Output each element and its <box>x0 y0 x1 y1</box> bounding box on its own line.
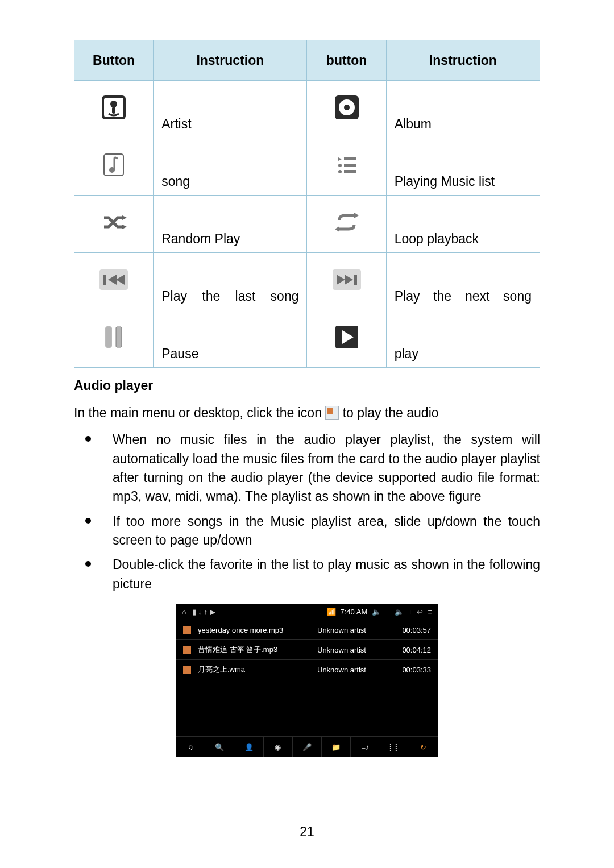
previous-track-icon <box>99 269 128 290</box>
header-instr-1: Instruction <box>154 40 307 81</box>
artist-icon <box>101 94 127 121</box>
status-indicators-icon: ▮ ↓ ↑ ▶ <box>192 608 215 616</box>
play-icon <box>335 326 358 348</box>
loop-playback-icon <box>334 211 360 234</box>
nav-settings-icon: ⡇⡇ <box>380 737 409 757</box>
header-instr-2: Instruction <box>386 40 540 81</box>
intro-before: In the main menu or desktop, click the i… <box>74 405 322 420</box>
svg-rect-3 <box>112 107 115 114</box>
instr-pause: Pause <box>154 310 307 368</box>
instr-song: song <box>154 138 307 196</box>
track-title: 月亮之上.wma <box>198 665 317 675</box>
instr-play: play <box>386 310 540 368</box>
nav-search-icon: 🔍 <box>205 737 234 757</box>
track-icon <box>183 646 191 654</box>
nav-mic-icon: 🎤 <box>293 737 322 757</box>
list-item: If too more songs in the Music playlist … <box>74 512 540 550</box>
instr-previous: Play the last song <box>154 253 307 310</box>
svg-marker-9 <box>338 157 342 161</box>
svg-rect-10 <box>344 157 356 160</box>
table-row: Artist Album <box>74 81 540 138</box>
list-item: When no music files in the audio player … <box>74 430 540 506</box>
table-row: Pause play <box>74 310 540 368</box>
track-duration: 00:03:33 <box>391 666 431 674</box>
table-row: Random Play Loop playback <box>74 196 540 253</box>
random-play-icon <box>101 211 127 234</box>
list-item: Double-click the favorite in the list to… <box>74 555 540 593</box>
song-icon <box>101 152 127 178</box>
home-icon: ⌂ <box>182 608 186 616</box>
bullet-dot-icon <box>85 518 91 524</box>
header-button-2: button <box>307 40 386 81</box>
player-screenshot: ⌂ ▮ ↓ ↑ ▶ 📶 7:40 AM 🔈− 🔈+ ↩ ≡ yesterday … <box>176 604 438 757</box>
table-header-row: Button Instruction button Instruction <box>74 40 540 81</box>
playlist-icon <box>334 152 360 178</box>
track-icon <box>183 666 191 674</box>
header-button-1: Button <box>74 40 154 81</box>
instr-loop: Loop playback <box>386 196 540 253</box>
screenshot-bottom-bar: ♫ 🔍 👤 ◉ 🎤 📁 ≡♪ ⡇⡇ ↻ <box>176 736 438 757</box>
track-row: 月亮之上.wma Unknown artist 00:03:33 <box>176 659 438 679</box>
track-icon <box>183 626 191 634</box>
track-duration: 00:03:57 <box>391 626 431 634</box>
page-number: 21 <box>0 824 614 840</box>
nav-artist-icon: 👤 <box>234 737 263 757</box>
track-row: yesterday once more.mp3 Unknown artist 0… <box>176 620 438 639</box>
svg-rect-26 <box>354 275 357 285</box>
table-row: song Playing Music list <box>74 138 540 196</box>
next-track-icon <box>333 269 361 290</box>
audio-player-intro: In the main menu or desktop, click the i… <box>74 404 540 422</box>
instr-artist: Artist <box>154 81 307 138</box>
svg-marker-15 <box>122 215 127 220</box>
svg-rect-14 <box>344 170 356 173</box>
svg-marker-16 <box>122 225 127 229</box>
instr-next: Play the next song <box>386 253 540 310</box>
bullet-list: When no music files in the audio player … <box>74 430 540 593</box>
pause-icon <box>102 325 125 350</box>
instr-random: Random Play <box>154 196 307 253</box>
status-time: 7:40 AM <box>341 608 368 616</box>
track-title: yesterday once more.mp3 <box>198 626 317 634</box>
track-artist: Unknown artist <box>317 666 391 674</box>
audio-player-heading: Audio player <box>74 378 540 393</box>
svg-rect-27 <box>106 327 111 347</box>
track-title: 昔情难追 古筝 笛子.mp3 <box>198 645 317 655</box>
nav-folder-icon: 📁 <box>322 737 351 757</box>
svg-rect-12 <box>344 164 356 167</box>
svg-point-2 <box>110 101 117 107</box>
back-arrow-icon: ↩ <box>417 608 423 616</box>
nav-refresh-icon: ↻ <box>409 737 438 757</box>
volume-up-icon: 🔈 <box>395 608 404 616</box>
track-artist: Unknown artist <box>317 626 391 634</box>
track-row: 昔情难追 古筝 笛子.mp3 Unknown artist 00:04:12 <box>176 639 438 659</box>
volume-down-icon: 🔈 <box>372 608 381 616</box>
album-icon <box>334 94 360 121</box>
intro-after: to play the audio <box>343 405 439 420</box>
signal-icon: 📶 <box>327 608 336 616</box>
svg-marker-17 <box>354 213 359 218</box>
svg-point-13 <box>338 170 342 173</box>
svg-marker-18 <box>335 226 339 232</box>
svg-point-6 <box>344 105 350 110</box>
nav-playlist-icon: ≡♪ <box>351 737 380 757</box>
bullet-dot-icon <box>85 436 91 442</box>
audio-player-launcher-icon <box>325 406 339 420</box>
table-row: Play the last song Play the next song <box>74 253 540 310</box>
nav-music-icon: ♫ <box>176 737 205 757</box>
svg-point-11 <box>338 164 342 167</box>
svg-rect-20 <box>103 275 106 285</box>
instr-playlist: Playing Music list <box>386 138 540 196</box>
screenshot-statusbar: ⌂ ▮ ↓ ↑ ▶ 📶 7:40 AM 🔈− 🔈+ ↩ ≡ <box>176 604 438 620</box>
bullet-dot-icon <box>85 561 91 567</box>
menu-icon: ≡ <box>428 608 432 616</box>
track-artist: Unknown artist <box>317 646 391 654</box>
track-duration: 00:04:12 <box>391 646 431 654</box>
instr-album: Album <box>386 81 540 138</box>
nav-album-icon: ◉ <box>264 737 293 757</box>
button-instruction-table: Button Instruction button Instruction Ar… <box>74 40 540 368</box>
svg-rect-28 <box>116 327 122 347</box>
